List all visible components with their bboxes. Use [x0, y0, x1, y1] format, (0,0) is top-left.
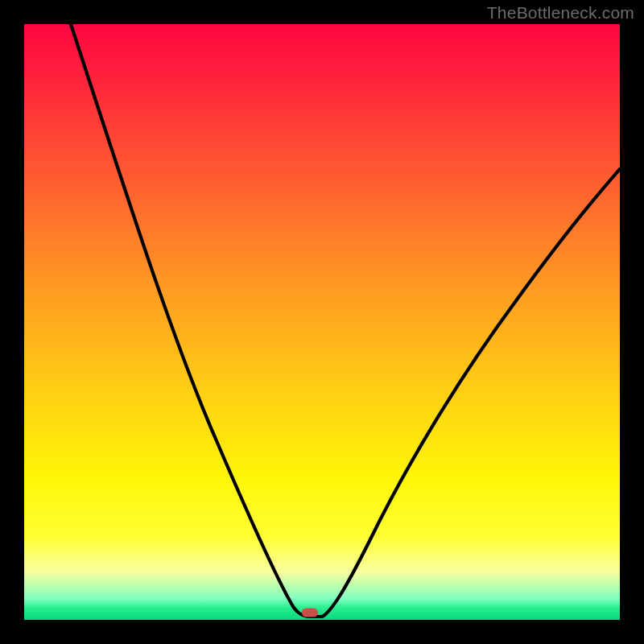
- curve-path: [71, 24, 620, 617]
- plot-area: [24, 24, 620, 620]
- chart-frame: TheBottleneck.com: [0, 0, 644, 644]
- optimum-marker: [302, 609, 318, 617]
- watermark-text: TheBottleneck.com: [487, 3, 634, 23]
- bottleneck-curve: [24, 24, 620, 620]
